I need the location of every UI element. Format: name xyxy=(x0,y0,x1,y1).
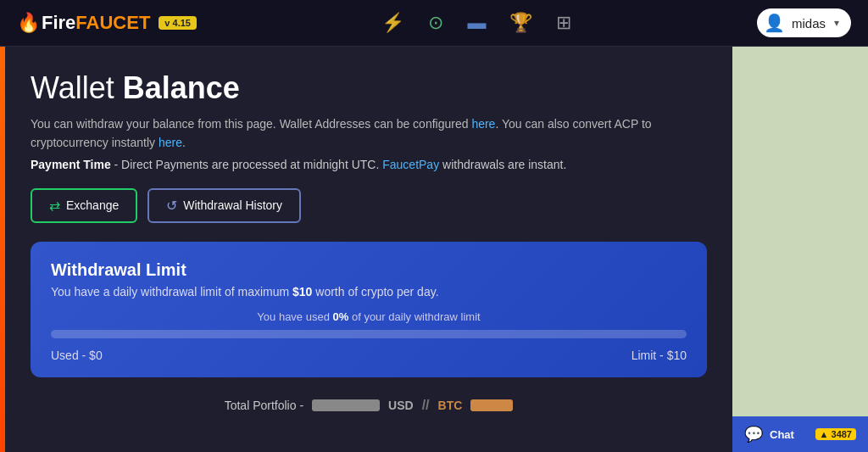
portfolio-row: Total Portfolio - USD // BTC xyxy=(31,394,707,413)
chat-bar[interactable]: 💬 Chat ▲ 3487 xyxy=(732,416,868,452)
version-badge: v 4.15 xyxy=(159,16,197,30)
usage-pct: 0% xyxy=(333,310,349,323)
limit-amount: $10 xyxy=(292,285,312,299)
payment-label: Payment Time xyxy=(31,158,111,171)
header-nav-icons: ⚡ ⊙ ▬ 🏆 ⊞ xyxy=(381,12,571,34)
action-buttons: ⇄ Exchange ↺ Withdrawal History xyxy=(31,188,707,223)
usd-label[interactable]: USD xyxy=(388,399,414,412)
usage-text-2: of your daily withdraw limit xyxy=(348,310,480,323)
here-link-1[interactable]: here xyxy=(471,117,495,131)
header: 🔥FireFAUCET v 4.15 ⚡ ⊙ ▬ 🏆 ⊞ 👤 midas ▾ xyxy=(0,0,868,47)
avatar-icon: 👤 xyxy=(764,13,785,33)
portfolio-label: Total Portfolio - xyxy=(225,399,303,412)
withdrawal-history-label: Withdrawal History xyxy=(183,198,282,212)
progress-bar-bg xyxy=(51,330,687,338)
withdrawal-history-button[interactable]: ↺ Withdrawal History xyxy=(147,188,301,223)
description-line1: You can withdraw your balance from this … xyxy=(31,114,707,153)
payment-text-2: withdrawals are instant. xyxy=(439,158,566,171)
trophy-icon[interactable]: 🏆 xyxy=(509,12,532,34)
layout: Wallet Balance You can withdraw your bal… xyxy=(0,47,868,452)
btc-label[interactable]: BTC xyxy=(438,399,463,412)
main-content: Wallet Balance You can withdraw your bal… xyxy=(5,47,732,452)
history-icon: ↺ xyxy=(166,198,177,214)
logo-area: 🔥FireFAUCET v 4.15 xyxy=(17,12,197,34)
withdrawal-limit-subtitle: You have a daily withdrawal limit of max… xyxy=(51,285,687,299)
chat-icon: 💬 xyxy=(744,425,763,444)
page-title-light: Wallet xyxy=(31,70,114,105)
limit-row: Used - $0 Limit - $10 xyxy=(51,349,687,362)
subtitle-text-2: worth of crypto per day. xyxy=(312,285,438,299)
right-sidebar: 💬 Chat ▲ 3487 xyxy=(732,47,868,452)
logo: 🔥FireFAUCET xyxy=(17,12,150,34)
card-icon[interactable]: ▬ xyxy=(467,12,486,34)
exchange-button[interactable]: ⇄ Exchange xyxy=(31,188,137,223)
exchange-label: Exchange xyxy=(66,198,119,212)
btc-bar xyxy=(470,399,513,411)
coins-icon[interactable]: ⊙ xyxy=(428,12,443,34)
grid-icon[interactable]: ⊞ xyxy=(556,12,571,34)
chevron-down-icon: ▾ xyxy=(834,17,839,29)
payment-info: Payment Time - Direct Payments are proce… xyxy=(31,158,707,171)
username: midas xyxy=(792,16,826,31)
subtitle-text-1: You have a daily withdrawal limit of max… xyxy=(51,285,292,299)
page-title-bold: Balance xyxy=(123,70,240,105)
desc-text-3: . xyxy=(182,136,186,149)
logo-faucet-text: FAUCET xyxy=(75,12,150,33)
used-label: Used - $0 xyxy=(51,349,103,362)
exchange-icon: ⇄ xyxy=(49,198,60,214)
page-title: Wallet Balance xyxy=(31,70,707,106)
limit-label: Limit - $10 xyxy=(632,349,687,362)
here-link-2[interactable]: here xyxy=(159,136,182,149)
chat-badge: ▲ 3487 xyxy=(815,428,856,440)
usage-text: You have used 0% of your daily withdraw … xyxy=(51,310,687,323)
lightning-icon[interactable]: ⚡ xyxy=(381,12,404,34)
fire-icon: 🔥 xyxy=(17,12,40,33)
usage-text-1: You have used xyxy=(257,310,332,323)
payment-text-1: - Direct Payments are processed at midni… xyxy=(111,158,383,171)
faucetpay-link[interactable]: FaucetPay xyxy=(382,158,439,171)
user-menu[interactable]: 👤 midas ▾ xyxy=(757,8,851,37)
desc-text-1: You can withdraw your balance from this … xyxy=(31,117,471,131)
withdrawal-limit-card: Withdrawal Limit You have a daily withdr… xyxy=(31,242,707,377)
usd-bar xyxy=(312,399,380,411)
withdrawal-limit-title: Withdrawal Limit xyxy=(51,260,687,280)
separator: // xyxy=(422,398,430,413)
chat-label: Chat xyxy=(770,428,794,441)
logo-fire-text: Fire xyxy=(42,12,75,33)
